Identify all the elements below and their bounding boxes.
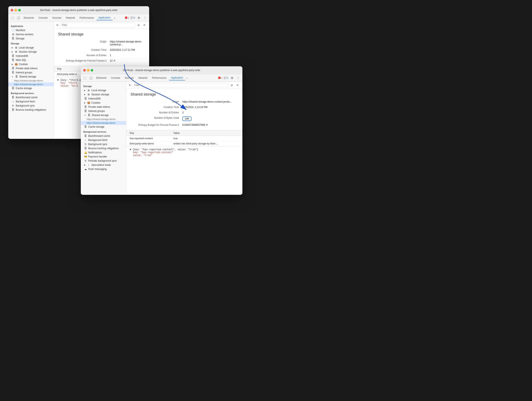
sidebar-shared-url-2-1[interactable]: https://shared-storage-demo-	[81, 117, 126, 121]
sidebar-bg-fetch-2[interactable]: ↕ Background fetch	[81, 138, 126, 142]
filter-clear-btn-2[interactable]: ⊘	[229, 83, 234, 88]
tab-application-1[interactable]: Application	[96, 15, 113, 20]
device-icon-2[interactable]: ⬜	[88, 76, 93, 80]
indexeddb-icon-2: 🗄	[84, 97, 87, 100]
sidebar-storage-top[interactable]: 🗄 Storage	[8, 37, 54, 41]
sidebar-shared-url-1[interactable]: https://shared-storage-demo-	[8, 79, 54, 83]
sidebar-interest-groups[interactable]: 🗄 Interest groups	[8, 70, 54, 75]
tab-more-1[interactable]: »	[113, 16, 116, 19]
sidebar-push-messaging-2[interactable]: ☁ Push messaging	[81, 167, 126, 171]
tab-application-2[interactable]: Application	[169, 76, 185, 80]
filter-close-btn-2[interactable]: ✕	[235, 83, 240, 88]
tab-console-2[interactable]: Console	[109, 76, 122, 80]
private-state-icon: 🗄	[12, 67, 14, 70]
sidebar-session-storage[interactable]: ▶ ⊞ Session storage	[8, 50, 54, 54]
sidebar-periodic-bg-sync-2[interactable]: ↻ Periodic background sync	[81, 159, 126, 163]
filter-close-btn-1[interactable]: ✕	[142, 23, 147, 27]
sidebar-local-storage-2[interactable]: ▶ ⊞ Local storage	[81, 88, 126, 92]
sidebar-session-storage-2[interactable]: ▶ ⊞ Session storage	[81, 92, 126, 96]
entropy-value-2: 8.830074998557688 ↺	[182, 123, 238, 127]
table-row-2-2[interactable]: third-party-write-demo written into thir…	[126, 141, 242, 146]
sidebar-websql[interactable]: 🗄 Web SQL	[8, 58, 54, 62]
filter-input-2[interactable]	[132, 83, 228, 88]
tab-network-1[interactable]: Network	[64, 16, 77, 20]
expand-cookies: ▶	[12, 63, 13, 65]
inspect-icon[interactable]: ⬚	[10, 15, 15, 20]
sidebar-shared-url-2-2[interactable]: https://shared-storage-demo-	[81, 121, 126, 125]
sidebar-indexeddb-2[interactable]: 🗄 IndexedDB	[81, 96, 126, 101]
minimize-button-2[interactable]	[87, 69, 89, 71]
sidebar-bounce-tracking[interactable]: 🗄 Bounce tracking mitigations	[8, 108, 54, 112]
tab-network-2[interactable]: Network	[136, 76, 150, 80]
sidebar-back-forward[interactable]: 🗄 Back/forward cache	[8, 95, 54, 100]
close-button-1[interactable]	[11, 9, 13, 11]
sidebar-private-state-2[interactable]: 🗄 Private state tokens	[81, 105, 126, 109]
sidebar-bg-fetch[interactable]: ↕ Background fetch	[8, 100, 54, 104]
traffic-lights-1[interactable]	[11, 9, 21, 11]
maximize-button-2[interactable]	[91, 69, 93, 71]
table-row-2-1[interactable]: has-reported-content true	[126, 136, 242, 141]
devtools-window-2[interactable]: DevTools - shared-storage-demo-publisher…	[81, 66, 242, 195]
tab-more-2[interactable]: »	[186, 76, 189, 80]
device-icon[interactable]: ⬜	[16, 15, 21, 20]
filter-bar-2: ↻ ⊘ ✕	[126, 82, 242, 89]
sidebar-shared-storage-2[interactable]: ▼ 🗄 Shared storage	[81, 113, 126, 117]
more-icon-1[interactable]: ⋮	[143, 15, 147, 20]
main-panel-2: ↻ ⊘ ✕ Shared storage Origin https://shar…	[126, 82, 242, 195]
tab-console-1[interactable]: Console	[37, 16, 50, 20]
sidebar-cookies[interactable]: ▶ 🍪 Cookies	[8, 62, 54, 66]
shared-storage-icon-2: 🗄	[88, 114, 90, 117]
tab-elements-1[interactable]: Elements	[22, 16, 36, 20]
websql-icon: 🗄	[12, 59, 14, 62]
tab-sources-1[interactable]: Sources	[50, 16, 63, 20]
filter-input-1[interactable]	[60, 23, 135, 27]
tab-sources-2[interactable]: Sources	[123, 76, 136, 80]
settings-icon-1[interactable]: ⚙	[136, 15, 141, 20]
data-table-2: Key Value has-reported-content true thir…	[126, 130, 242, 146]
more-icon-2[interactable]: ⋮	[236, 76, 241, 80]
interest-groups-icon: 🗄	[12, 71, 14, 74]
sidebar-bg-sync-2[interactable]: ↻ Background sync	[81, 142, 126, 146]
message-badge-1: 💬 2	[131, 16, 135, 19]
minimize-button-1[interactable]	[14, 9, 17, 11]
settings-icon-2[interactable]: ⚙	[229, 76, 234, 80]
sidebar-interest-groups-2[interactable]: 🗄 Interest groups	[81, 109, 126, 113]
cache-storage-icon-2: 🗄	[84, 125, 87, 128]
sidebar-service-workers[interactable]: ⚙ Service workers	[8, 32, 54, 37]
sidebar-notifications-2[interactable]: 🔔 Notifications	[81, 150, 126, 155]
sidebar-cache-storage[interactable]: 🗄 Cache storage	[8, 86, 54, 90]
sidebar-manifest[interactable]: 📄 Manifest	[8, 28, 54, 32]
traffic-lights-2[interactable]	[83, 69, 93, 71]
filter-clear-btn-1[interactable]: ⊘	[136, 23, 141, 27]
refresh-icon-1[interactable]: ↻	[56, 24, 59, 27]
sidebar-back-forward-2[interactable]: 🗄 Back/forward cache	[81, 134, 126, 138]
sidebar-bounce-tracking-2[interactable]: 🗄 Bounce tracking mitigations	[81, 146, 126, 150]
sidebar-payment-handler-2[interactable]: 💳 Payment handler	[81, 155, 126, 159]
bg-sync-icon-2: ↻	[84, 143, 87, 146]
cookies-icon-2: 🍪	[87, 101, 90, 104]
expand-speculative-2: ▶	[84, 164, 86, 166]
sidebar-shared-storage[interactable]: ▼ 🗄 Shared storage	[8, 75, 54, 79]
sidebar-2: Storage ▶ ⊞ Local storage ▶ ⊞ Session st…	[81, 82, 126, 195]
sidebar-bg-sync[interactable]: ↻ Background sync	[8, 104, 54, 108]
sidebar-speculative-loads-2[interactable]: ▶ ↕ Speculative loads	[81, 163, 126, 167]
sidebar-indexeddb[interactable]: 🗄 IndexedDB	[8, 54, 54, 58]
expand-session-2: ▶	[84, 94, 86, 95]
close-button-2[interactable]	[83, 69, 86, 71]
sidebar-shared-url-2[interactable]: https://shared-storage-demo-	[8, 83, 54, 86]
tab-elements-2[interactable]: Elements	[94, 76, 108, 80]
sidebar-local-storage[interactable]: ▶ ⊞ Local storage	[8, 46, 54, 50]
bounce-tracking-icon: 🗄	[12, 108, 14, 111]
sidebar-private-state[interactable]: 🗄 Private state tokens	[8, 66, 54, 70]
entries-value-1: 1	[110, 54, 145, 57]
tab-performance-1[interactable]: Performance	[77, 16, 96, 20]
inspect-icon-2[interactable]: ⬚	[82, 76, 87, 80]
refresh-icon-2[interactable]: ↻	[129, 84, 131, 87]
tab-performance-2[interactable]: Performance	[150, 76, 168, 80]
panel-title-1: Shared storage	[54, 29, 149, 39]
devtools-toolbar-1: ⬚ ⬜ Elements Console Sources Network Per…	[8, 14, 149, 22]
window-title-2: DevTools - shared-storage-demo-publisher…	[123, 69, 200, 72]
maximize-button-1[interactable]	[18, 9, 21, 11]
sidebar-cookies-2[interactable]: ▶ 🍪 Cookies	[81, 101, 126, 105]
sidebar-cache-storage-2[interactable]: 🗄 Cache storage	[81, 125, 126, 129]
